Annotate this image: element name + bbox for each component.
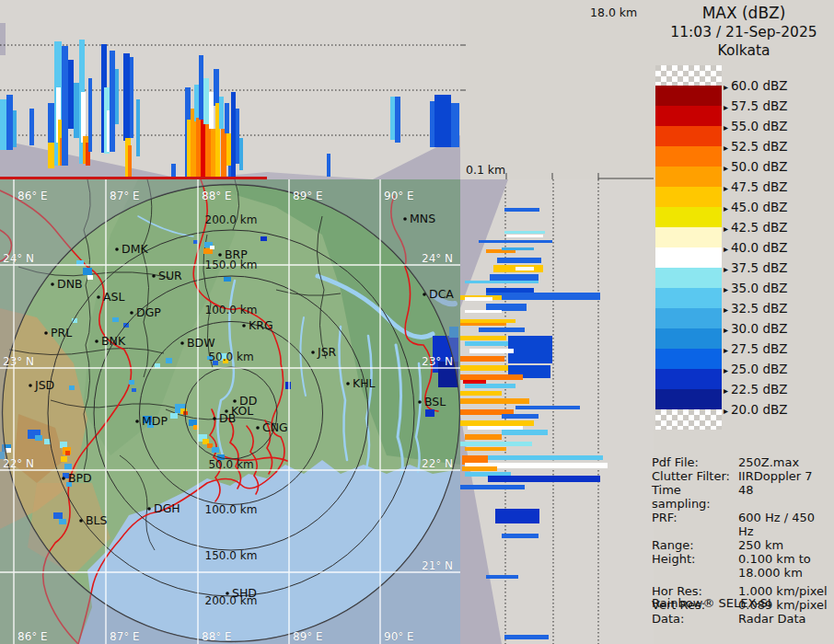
echo-rect [110, 51, 115, 152]
legend-label: ▸57.5 dBZ [724, 98, 787, 113]
echo-rect [61, 456, 67, 462]
lon-label-bottom: 89° E [293, 630, 323, 643]
legend-label-text: 52.5 dBZ [731, 139, 787, 154]
echo-rect [219, 97, 224, 129]
info-row-value: 48 [738, 483, 832, 511]
echo-rect [495, 509, 539, 523]
legend-swatch [655, 126, 722, 146]
legend-label-text: 50.0 dBZ [731, 159, 787, 174]
legend-color-bar [655, 65, 722, 430]
legend-label-text: 25.0 dBZ [731, 362, 787, 376]
echo-rect [488, 455, 603, 460]
right-height-projection-panel [460, 179, 654, 644]
city-marker [147, 507, 151, 511]
info-row: Pdf File:250Z.max [652, 455, 832, 469]
city-marker [62, 477, 65, 480]
city-marker [152, 274, 156, 278]
legend-tick-arrow-icon: ▸ [724, 264, 728, 274]
city-marker [44, 331, 48, 335]
legend-swatch [655, 227, 722, 247]
legend-swatch [655, 409, 722, 430]
lat-label-right: 22° N [422, 457, 453, 470]
info-row-value: 600 Hz / 450 Hz [738, 511, 832, 538]
info-row-label: Range: [652, 538, 738, 552]
info-row-value: 18.000 km [738, 566, 832, 580]
legend-label: ▸22.5 dBZ [724, 382, 787, 397]
city-label: DNB [57, 277, 83, 291]
top-height-projection-panel [0, 0, 460, 179]
echo-rect [486, 293, 600, 300]
echo-rect [65, 451, 70, 455]
echo-rect [205, 124, 211, 179]
echo-rect [502, 534, 539, 538]
echo-rect [87, 275, 93, 280]
city-marker [130, 311, 133, 315]
echo-rect [488, 476, 600, 482]
echo-rect [13, 110, 17, 147]
echo-rect [6, 448, 11, 453]
echo-rect [460, 391, 502, 396]
echo-rect [460, 356, 504, 362]
echo-rect [479, 240, 552, 243]
legend-tick-arrow-icon: ▸ [724, 203, 728, 213]
lon-label-bottom: 87° E [110, 630, 140, 643]
echo-rect [189, 420, 197, 426]
legend-tick-arrow-icon: ▸ [724, 122, 728, 132]
city-marker [180, 341, 184, 345]
echo-rect [434, 95, 451, 147]
legend-label-text: 30.0 dBZ [731, 321, 787, 336]
product-datetime: 11:03 / 21-Sep-2025 [654, 24, 834, 40]
echo-rect [60, 442, 67, 448]
city-label: PRL [51, 326, 72, 339]
echo-rect [6, 95, 13, 150]
legend-swatch [655, 369, 722, 389]
echo-rect [35, 435, 42, 441]
city-label: DGP [136, 305, 161, 319]
legend-label-text: 40.0 dBZ [731, 240, 787, 255]
range-ring-label: 50.0 km [208, 458, 253, 471]
legend-label: ▸30.0 dBZ [724, 321, 787, 336]
legend-swatch [655, 308, 722, 328]
legend-label-text: 60.0 dBZ [731, 78, 787, 93]
city-label: MNS [410, 212, 435, 225]
legend-swatch [655, 106, 722, 126]
info-row: PRF:600 Hz / 450 Hz [652, 511, 832, 538]
legend-label: ▸25.0 dBZ [724, 362, 787, 376]
height-max-label: 18.0 km [590, 6, 637, 19]
legend-label: ▸50.0 dBZ [724, 159, 787, 174]
echo-rect [460, 323, 506, 326]
lat-label-right: 21° N [422, 559, 453, 572]
city-marker [256, 426, 260, 430]
city-marker [51, 282, 54, 286]
city-marker [226, 592, 229, 595]
echo-rect [170, 413, 178, 419]
echo-rect [502, 414, 539, 419]
echo-rect [460, 442, 532, 446]
echo-rect [48, 143, 54, 168]
legend-label-text: 37.5 dBZ [731, 260, 787, 275]
echo-rect [53, 512, 63, 519]
map-panel: 86° E86° E87° E87° E88° E88° E89° E89° E… [0, 179, 460, 644]
software-credit: Rainbow® SELEX-SI [652, 596, 771, 610]
echo-rect [83, 268, 92, 275]
echo-rect [224, 277, 231, 282]
city-marker [29, 384, 32, 387]
echo-rect [236, 109, 239, 164]
city-label: ASL [103, 290, 124, 304]
info-row-label: Height: [652, 552, 738, 566]
echo-rect [460, 319, 515, 323]
legend-label-text: 45.0 dBZ [731, 200, 787, 214]
legend-label-text: 42.5 dBZ [731, 220, 787, 235]
lat-label-left: 22° N [3, 457, 34, 470]
city-label: BNK [101, 334, 126, 348]
city-marker [403, 217, 407, 221]
echo-rect [194, 85, 199, 121]
echo-rect [221, 129, 226, 179]
lon-label-top: 89° E [293, 190, 323, 202]
lon-label-top: 90° E [384, 190, 414, 202]
echo-rect [129, 380, 134, 385]
legend-swatch [655, 268, 722, 288]
city-label: DMK [122, 242, 148, 256]
city-label: DCA [429, 287, 454, 301]
city-label: BSL [424, 395, 446, 408]
